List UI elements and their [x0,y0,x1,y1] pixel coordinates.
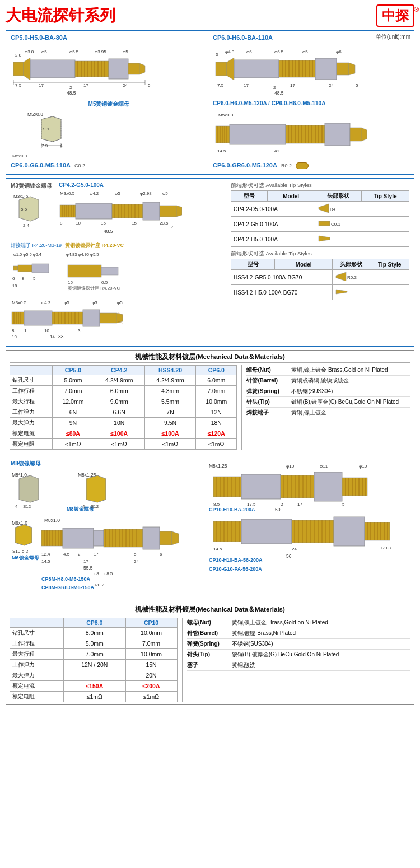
svg-marker-226 [172,531,179,545]
svg-rect-13 [109,59,128,79]
hss-model-1: HSS4.2-GR5.0-100A-BG70 [231,270,332,285]
socket-svg: φ4.83 φ4.95 φ5.5 15 0.5 黄铜镀镍探针座 R4.20-VC [65,249,166,294]
svg-text:9.1: 9.1 [43,127,50,132]
m5-nut-section: M5黄铜镀金螺母 M5x0.8 9.1 7.9 4 M5x0.8 [11,100,207,160]
mech2-param: 钻孔尺寸 [10,628,64,638]
svg-rect-35 [279,60,315,77]
svg-text:C0.1: C0.1 [331,222,340,227]
svg-text:6: 6 [160,552,162,557]
mech2-param: 工作弹力 [10,660,64,670]
svg-text:CP10-H10-BA-56-200A: CP10-H10-BA-56-200A [209,557,263,563]
svg-text:4.5: 4.5 [63,552,70,557]
svg-text:CP10-H10-BA-200A: CP10-H10-BA-200A [209,507,255,512]
th-tipstyle-2: 头部形状 [332,259,370,270]
svg-rect-137 [32,264,49,273]
svg-text:24: 24 [134,559,139,564]
mech2-param: 额定电阻 [10,692,64,702]
svg-rect-182 [319,221,330,226]
svg-rect-123 [143,202,160,220]
svg-text:3: 3 [78,328,81,333]
mech-th-param [10,366,53,375]
material-part: 焊接端子 [246,409,291,417]
svg-rect-134 [13,266,18,270]
svg-rect-79 [230,124,286,144]
svg-rect-168 [83,310,100,326]
material-desc: 黄铜或磷铜,镀镍或镀金 [291,377,349,385]
mech-val-cp42: 9.0mm [94,396,144,407]
svg-text:2: 2 [281,502,283,507]
mech-val-cp50: 7.0mm [53,386,94,396]
svg-text:S12: S12 [91,504,99,509]
material-desc: 黄铜,镍上镀金 [291,409,326,417]
svg-text:φ1.0  φ5.5  φ6.4: φ1.0 φ5.5 φ6.4 [13,252,41,257]
tip-style-note1: 前端形状可选 Available Tip Styles [231,182,409,189]
mech-val-cp42: 6.6N [94,407,144,418]
svg-text:M5x0.8: M5x0.8 [218,113,234,118]
cp60-diagram: CP6.0-H6.0-BA-110A [213,34,409,98]
svg-text:CP8M-H8.0-M6-150A: CP8M-H8.0-M6-150A [41,576,91,582]
svg-text:φ6: φ6 [336,49,342,54]
svg-text:4: 4 [82,504,85,509]
mech-specs-1: CP5.0 CP4.2 HSS4.20 CP6.0 钻孔尺寸 5.0mm 4.2… [10,365,237,450]
material-row-2: 塞子黄铜,酸洗 [187,660,410,671]
cp42-probe-section: CP4.2-G5.0-100A M3x0.5 φ4.2 φ5 φ2.98 φ5 [59,182,182,237]
svg-marker-48 [349,63,355,75]
svg-text:23.5: 23.5 [160,221,169,226]
m3-nut-svg: M3x0.5 5.5 2.4 [11,190,55,237]
material-row: 焊接端子黄铜,镍上镀金 [246,408,410,418]
svg-text:17.5: 17.5 [247,502,256,507]
welding-svg: φ1.0 φ5.5 φ6.4 6 8 5 19 [11,249,55,294]
mech-param: 额定电流 [10,428,53,439]
svg-text:φ10: φ10 [359,464,367,469]
svg-text:φ6: φ6 [246,49,252,54]
tip-row-3: CP4.2-H5.0-100A [231,232,409,247]
svg-text:φ5: φ5 [41,49,47,54]
mech-th-cp60: CP6.0 [196,366,237,375]
svg-text:15: 15 [132,221,137,226]
svg-text:7.5: 7.5 [217,83,224,88]
svg-rect-289 [292,520,334,543]
material-row: 螺母(Nut)黄铜,镍上镀金 Brass,Gold on Ni Plated [246,365,410,376]
svg-text:φ5: φ5 [64,300,69,305]
material-row-2: 针管(Barrel)黄铜,镀镍 Brass,Ni Plated [187,628,410,639]
svg-text:17: 17 [39,83,44,88]
material-part-2: 针管(Barrel) [187,629,232,637]
mech2-val-cp10: 10.0mm [125,649,177,660]
svg-text:R4: R4 [330,207,336,212]
svg-text:17: 17 [83,559,88,564]
svg-text:2: 2 [273,85,276,90]
cp60-m5-svg: M5x0.8 [213,106,403,157]
material-part: 螺母(Nut) [246,366,291,374]
svg-text:φ4.8: φ4.8 [225,49,235,54]
mech2-val-cp80: ≤150A [64,681,125,692]
large-probe-section: M8镀镍螺母 M8*1.0 4 S12 M8镀金螺母 M8x1.25 4 S12… [6,456,414,599]
mech-materials-1: 螺母(Nut)黄铜,镍上镀金 Brass,Gold on Ni Plated针管… [241,365,410,450]
mech2-val-cp10: 10.0mm [125,628,177,638]
mech-param: 最大行程 [10,396,53,407]
cp60-g6-section: CP6.0-G6.0-M5-110A C0.2 [11,162,207,169]
svg-text:8: 8 [22,276,25,281]
mech2-val-cp80: 5.0mm [64,638,125,649]
svg-text:R0.2: R0.2 [95,582,104,587]
svg-rect-300 [334,517,365,546]
mech2-val-cp10: ≤1mΩ [125,692,177,702]
svg-rect-3 [75,61,109,77]
svg-text:φ4.83  φ4.95  φ5.5: φ4.83 φ4.95 φ5.5 [66,252,99,257]
svg-text:5: 5 [148,83,151,88]
mech-val-cp42: ≤100A [94,428,144,439]
m8-ni-nut-label: M8镀镍螺母 [11,460,202,468]
material-desc-2: 黄铜,酸洗 [232,661,256,669]
svg-text:24: 24 [292,547,297,552]
svg-text:48.5: 48.5 [67,90,76,96]
svg-marker-185 [336,272,346,281]
svg-text:φ4.2: φ4.2 [41,300,51,305]
mech-val-cp60: 7.0mm [196,386,237,396]
tip-row-2: CP4.2-G5.0-100A C0.1 [231,217,409,232]
svg-text:M8x1.25: M8x1.25 [209,463,227,469]
svg-text:10: 10 [76,221,81,226]
mech2-val-cp80: 8.0mm [64,628,125,638]
mech-materials-list-2: 螺母(Nut)黄铜,镍上镀金 Brass,Gold on Ni Plated针管… [187,618,410,671]
middle-left: M3黄铜镀金螺母 M3x0.5 5.5 2.4 CP4.2-G5.0-100A … [11,182,225,340]
tip-shape-3 [315,232,409,247]
svg-text:M3x0.5: M3x0.5 [60,191,75,196]
